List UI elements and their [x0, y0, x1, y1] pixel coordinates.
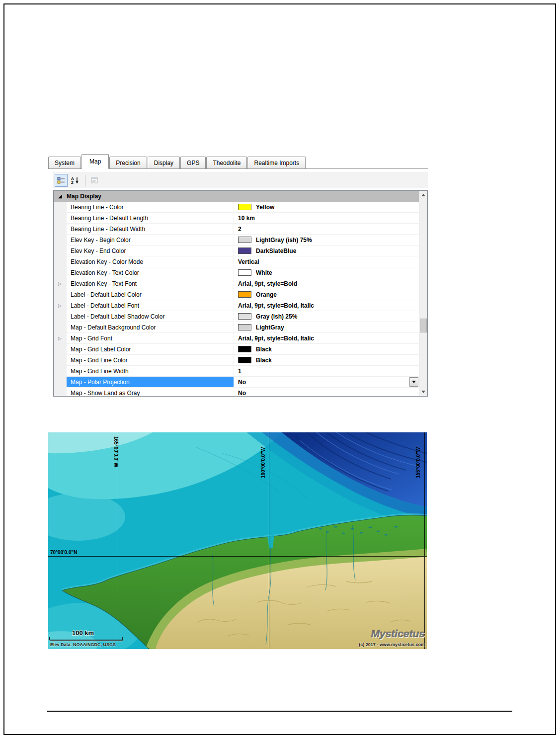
document-page: System Map Precision Display GPS Theodol…: [0, 0, 560, 739]
property-value[interactable]: Arial, 9pt, style=Bold: [234, 278, 419, 289]
tab-gps[interactable]: GPS: [180, 157, 206, 168]
property-value[interactable]: Arial, 9pt, style=Bold, Italic: [234, 300, 419, 311]
property-row[interactable]: Elev Key - End Color DarkSlateBlue: [54, 246, 419, 256]
property-row-selected[interactable]: Map - Polar Projection No: [54, 377, 419, 388]
property-row[interactable]: ▷ Label - Default Label Font Arial, 9pt,…: [54, 300, 419, 311]
value-text: Yellow: [256, 204, 274, 211]
copyright-text: (c) 2017 - www.mysticetus.com: [359, 642, 425, 647]
property-pages-icon: [90, 176, 98, 184]
row-margin: [54, 267, 67, 278]
category-label: Map Display: [67, 193, 101, 200]
property-name[interactable]: Map - Polar Projection: [67, 377, 234, 387]
row-expander[interactable]: ▷: [54, 278, 67, 289]
category-header[interactable]: ◢ Map Display: [54, 191, 419, 202]
row-margin: [54, 377, 67, 387]
scrollbar-up-arrow-icon[interactable]: [419, 191, 427, 199]
property-row[interactable]: Label - Default Label Shadow Color Gray …: [54, 311, 419, 322]
property-name[interactable]: Label - Default Label Shadow Color: [67, 311, 234, 322]
property-row[interactable]: ▷ Elevation Key - Text Font Arial, 9pt, …: [54, 278, 419, 289]
property-name[interactable]: Map - Grid Line Color: [67, 355, 234, 365]
svg-text:Z: Z: [71, 180, 74, 184]
property-value[interactable]: No: [234, 388, 419, 396]
scrollbar[interactable]: [419, 191, 427, 396]
property-row[interactable]: Bearing Line - Default Length 10 km: [54, 213, 419, 224]
value-text: No: [238, 390, 246, 397]
property-value[interactable]: LightGray: [234, 322, 419, 332]
property-value[interactable]: 10 km: [234, 213, 419, 223]
property-value[interactable]: Yellow: [234, 202, 419, 212]
map-view[interactable]: 165°00'0.0"W 160°00'0.0"W 155°00'0.0"W 7…: [48, 432, 427, 649]
property-name[interactable]: Map - Grid Label Color: [67, 344, 234, 354]
property-name[interactable]: Elevation Key - Text Color: [67, 267, 234, 278]
property-row[interactable]: Map - Grid Line Color Black: [54, 355, 419, 366]
tab-display[interactable]: Display: [148, 157, 180, 168]
value-text: Black: [256, 346, 272, 353]
property-value[interactable]: Arial, 9pt, style=Bold, Italic: [234, 333, 419, 343]
property-row[interactable]: Map - Default Background Color LightGray: [54, 322, 419, 333]
property-name[interactable]: Map - Default Background Color: [67, 322, 234, 332]
value-text: 10 km: [238, 215, 255, 222]
row-expander[interactable]: ▷: [54, 300, 67, 311]
property-row[interactable]: Bearing Line - Default Width 2: [54, 224, 419, 235]
property-value[interactable]: Gray (ish) 25%: [234, 311, 419, 322]
property-value[interactable]: Orange: [234, 289, 419, 300]
property-row[interactable]: Elevation Key - Color Mode Vertical: [54, 256, 419, 267]
tab-system[interactable]: System: [48, 157, 81, 168]
property-name[interactable]: Elevation Key - Text Font: [67, 278, 234, 289]
tab-theodolite[interactable]: Theodolite: [206, 157, 247, 168]
property-name[interactable]: Label - Default Label Font: [67, 300, 234, 311]
property-name[interactable]: Bearing Line - Color: [67, 202, 234, 212]
attribution-text: Elev Data: NOAA/NGDC, USGS: [50, 642, 116, 647]
property-row[interactable]: Elev Key - Begin Color LightGray (ish) 7…: [54, 235, 419, 246]
property-name[interactable]: Map - Show Land as Gray: [67, 388, 234, 396]
property-row[interactable]: Map - Show Land as Gray No: [54, 388, 419, 396]
property-row[interactable]: Bearing Line - Color Yellow: [54, 202, 419, 213]
tab-strip: System Map Precision Display GPS Theodol…: [48, 154, 428, 169]
property-value[interactable]: Black: [234, 355, 419, 365]
categorized-view-button[interactable]: [55, 174, 68, 187]
property-row[interactable]: ▷ Map - Grid Font Arial, 9pt, style=Bold…: [54, 333, 419, 344]
property-name[interactable]: Map - Grid Line Width: [67, 366, 234, 376]
property-row[interactable]: Map - Grid Label Color Black: [54, 344, 419, 355]
property-row[interactable]: Elevation Key - Text Color White: [54, 267, 419, 278]
tab-realtime-imports[interactable]: Realtime Imports: [247, 157, 306, 168]
property-name[interactable]: Elevation Key - Color Mode: [67, 256, 234, 267]
settings-panel: System Map Precision Display GPS Theodol…: [47, 152, 428, 397]
row-margin: [54, 246, 67, 256]
color-swatch: [238, 346, 251, 352]
row-margin: [54, 366, 67, 376]
property-row[interactable]: Label - Default Label Color Orange: [54, 289, 419, 300]
property-value[interactable]: 1: [234, 366, 419, 376]
property-value[interactable]: 2: [234, 224, 419, 234]
property-name[interactable]: Elev Key - End Color: [67, 246, 234, 256]
property-value[interactable]: DarkSlateBlue: [234, 246, 419, 256]
tab-precision[interactable]: Precision: [109, 157, 147, 168]
category-collapse-icon: ◢: [54, 194, 67, 199]
property-name[interactable]: Elev Key - Begin Color: [67, 235, 234, 245]
property-value[interactable]: Black: [234, 344, 419, 354]
alphabetical-sort-button[interactable]: A Z: [69, 174, 81, 187]
value-text: LightGray (ish) 75%: [256, 237, 312, 244]
value-text: Black: [256, 357, 272, 364]
row-expander[interactable]: ▷: [54, 333, 67, 343]
scrollbar-down-arrow-icon[interactable]: [419, 388, 427, 396]
alphabetical-sort-icon: A Z: [71, 176, 79, 184]
scrollbar-thumb[interactable]: [420, 319, 427, 332]
property-name[interactable]: Label - Default Label Color: [67, 289, 234, 300]
color-swatch: [238, 324, 251, 330]
property-value[interactable]: Vertical: [234, 256, 419, 267]
property-pages-button[interactable]: [88, 174, 101, 187]
color-swatch: [238, 291, 251, 298]
property-name[interactable]: Bearing Line - Default Width: [67, 224, 234, 234]
dropdown-button[interactable]: [409, 377, 418, 387]
value-text: White: [256, 269, 272, 276]
property-row[interactable]: Map - Grid Line Width 1: [54, 366, 419, 377]
property-name[interactable]: Bearing Line - Default Length: [67, 213, 234, 223]
property-name[interactable]: Map - Grid Font: [67, 333, 234, 343]
property-value[interactable]: No: [234, 377, 419, 387]
property-grid-toolbar: A Z: [53, 172, 428, 188]
property-value[interactable]: LightGray (ish) 75%: [234, 235, 419, 245]
property-value[interactable]: White: [234, 267, 419, 278]
tab-map[interactable]: Map: [81, 154, 109, 169]
value-text: No: [238, 379, 246, 386]
